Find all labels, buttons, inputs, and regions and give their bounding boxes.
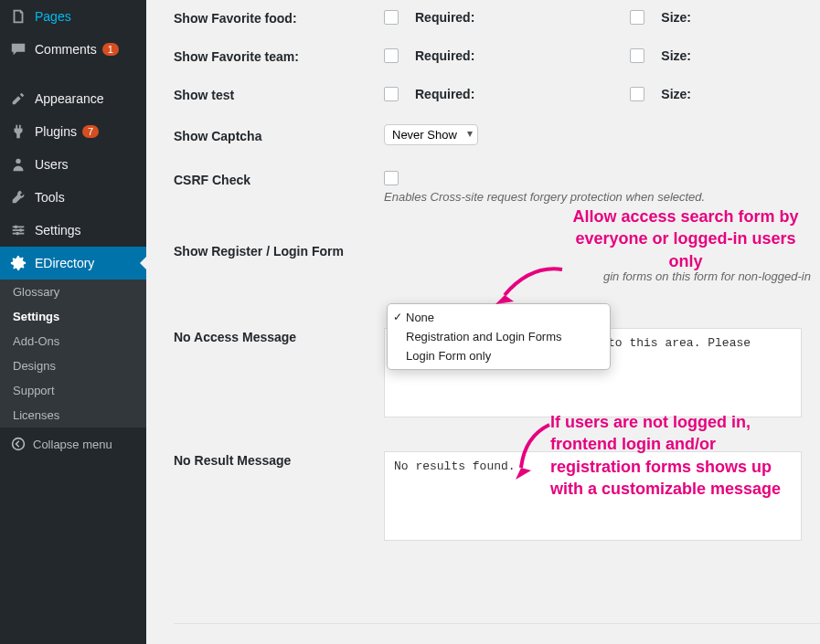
row-label: Show Favorite team: — [174, 48, 384, 64]
comments-icon — [9, 40, 27, 58]
field-label-required: Required: — [415, 10, 474, 25]
sidebar-item-settings[interactable]: Settings — [0, 214, 146, 247]
sidebar-item-appearance[interactable]: Appearance — [0, 82, 146, 115]
row-label: Show test — [174, 86, 384, 102]
svg-point-5 — [19, 228, 23, 232]
svg-point-6 — [16, 232, 19, 236]
sidebar-item-edirectory[interactable]: EDirectory — [0, 247, 146, 280]
collapse-icon — [9, 435, 27, 453]
checkbox-test-size[interactable] — [630, 87, 644, 101]
sidebar-item-label: EDirectory — [35, 256, 94, 270]
row-no-result: No Result Message No results found. — [174, 438, 802, 562]
row-label: Show Favorite food: — [174, 9, 384, 26]
admin-sidebar: Pages Comments 1 Appearance Plugins 7 Us… — [0, 0, 146, 644]
row-test: Show test Required: Size: — [174, 77, 802, 115]
row-favorite-team: Show Favorite team: Required: Size: — [174, 38, 802, 77]
field-label-size: Size: — [661, 87, 691, 101]
sidebar-item-label: Users — [35, 157, 69, 172]
checkbox-favorite-team-required[interactable] — [384, 48, 399, 63]
field-label-required: Required: — [415, 48, 474, 63]
dropdown-option-reg-login[interactable]: Registration and Login Forms — [388, 327, 610, 346]
submenu-licenses[interactable]: Licenses — [0, 403, 146, 428]
comments-badge: 1 — [102, 43, 119, 56]
sidebar-item-users[interactable]: Users — [0, 148, 146, 181]
sidebar-item-pages[interactable]: Pages — [0, 0, 146, 33]
pages-icon — [9, 7, 27, 26]
row-favorite-food: Show Favorite food: Required: Size: — [174, 0, 802, 38]
submenu-addons[interactable]: Add-Ons — [0, 329, 146, 354]
bottom-divider — [174, 623, 820, 624]
settings-icon — [9, 221, 27, 239]
checkbox-favorite-food-required[interactable] — [384, 10, 399, 25]
svg-point-4 — [15, 226, 18, 229]
captcha-select[interactable]: Never Show — [384, 124, 478, 145]
collapse-menu[interactable]: Collapse menu — [0, 428, 146, 460]
sidebar-item-label: Comments — [35, 42, 97, 57]
submenu-support[interactable]: Support — [0, 378, 146, 403]
register-helper-text: gin forms on this form for non-logged-in — [603, 269, 811, 283]
users-icon — [9, 155, 27, 174]
checkbox-test-required[interactable] — [384, 87, 399, 101]
row-label: CSRF Check — [174, 171, 384, 187]
row-label: Show Register / Login Form — [174, 242, 384, 259]
submenu-settings[interactable]: Settings — [0, 304, 146, 329]
row-label: Show Captcha — [174, 127, 384, 143]
submenu-glossary[interactable]: Glossary — [0, 280, 146, 304]
csrf-helper-text: Enables Cross-site request forgery prote… — [384, 190, 802, 204]
dropdown-option-login-only[interactable]: Login Form only — [388, 346, 610, 365]
submenu-designs[interactable]: Designs — [0, 354, 146, 378]
row-label: No Result Message — [174, 451, 384, 468]
checkbox-favorite-food-size[interactable] — [630, 10, 644, 25]
field-label-size: Size: — [661, 10, 691, 25]
svg-point-7 — [13, 438, 25, 450]
plugins-icon — [9, 122, 27, 141]
row-csrf: CSRF Check Enables Cross-site request fo… — [174, 158, 802, 229]
edirectory-submenu: Glossary Settings Add-Ons Designs Suppor… — [0, 280, 146, 428]
row-captcha: Show Captcha Never Show — [174, 115, 802, 158]
sidebar-item-label: Appearance — [35, 91, 104, 106]
register-login-dropdown[interactable]: None Registration and Login Forms Login … — [387, 303, 611, 370]
sidebar-item-label: Pages — [35, 9, 71, 24]
tools-icon — [9, 188, 27, 206]
sidebar-item-tools[interactable]: Tools — [0, 181, 146, 214]
sidebar-item-label: Tools — [35, 190, 65, 205]
checkbox-favorite-team-size[interactable] — [630, 48, 644, 63]
row-label: No Access Message — [174, 328, 384, 344]
gear-icon — [9, 254, 27, 272]
field-label-size: Size: — [661, 48, 691, 63]
dropdown-option-none[interactable]: None — [388, 308, 610, 327]
sidebar-item-label: Plugins — [35, 124, 77, 139]
appearance-icon — [9, 90, 27, 108]
sidebar-item-label: Settings — [35, 223, 81, 238]
svg-point-0 — [16, 159, 20, 164]
sidebar-item-plugins[interactable]: Plugins 7 — [0, 115, 146, 148]
plugins-badge: 7 — [82, 125, 99, 138]
checkbox-csrf[interactable] — [384, 171, 399, 185]
row-register-login: Show Register / Login Form gin forms on … — [174, 229, 802, 315]
no-result-textarea[interactable]: No results found. — [384, 451, 802, 541]
captcha-select-wrap: Never Show — [384, 124, 478, 145]
collapse-label: Collapse menu — [33, 438, 112, 451]
field-label-required: Required: — [415, 87, 474, 101]
sidebar-item-comments[interactable]: Comments 1 — [0, 33, 146, 66]
